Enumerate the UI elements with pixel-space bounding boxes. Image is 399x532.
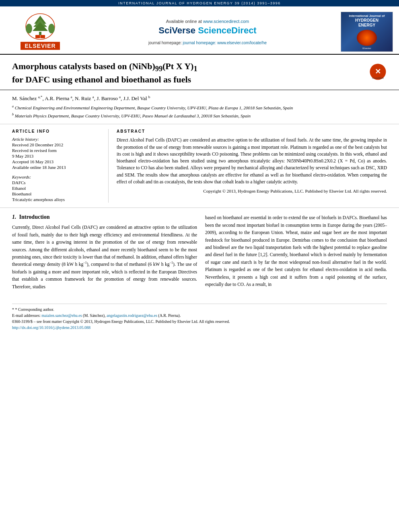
sciverse-text: SciVerse	[158, 25, 198, 35]
cover-image	[357, 30, 377, 46]
email-link-2[interactable]: angelagustin.rodriguez@ehu.es	[107, 313, 157, 318]
svg-text:CrossMark: CrossMark	[372, 77, 384, 79]
section-1-right-text: based on bioethanol are essential in ord…	[205, 214, 387, 288]
abstract-column: ABSTRACT Direct Alcohol Fuel Cells (DAFC…	[117, 129, 387, 203]
journal-cover: International Journal ofHYDROGENENERGY E…	[341, 12, 393, 52]
sciencedirect-text: ScienceDirect	[198, 25, 257, 35]
abstract-text: Direct Alcohol Fuel Cells (DAFC) are con…	[117, 137, 387, 185]
crossmark-badge: ✕ CrossMark	[369, 61, 387, 82]
affiliation-a: a Chemical Engineering and Environmental…	[12, 104, 387, 111]
article-info-column: ARTICLE INFO Article history: Received 2…	[12, 129, 109, 203]
article-title: Amorphous catalysts based on (NiNb)99(Pt…	[12, 61, 369, 86]
received-date: Received 20 December 2012	[12, 142, 102, 147]
affiliation-b: b Materials Physics Department, Basque C…	[12, 112, 387, 119]
history-label: Article history:	[12, 137, 102, 142]
revised-label: Received in revised form	[12, 148, 102, 153]
article-info-heading: ARTICLE INFO	[12, 129, 102, 134]
content-columns: ARTICLE INFO Article history: Received 2…	[0, 124, 399, 208]
cover-title: International Journal ofHYDROGENENERGY	[349, 14, 385, 28]
header-center: Available online at www.sciencedirect.co…	[80, 10, 335, 54]
header-area: ELSEVIER Available online at www.science…	[0, 6, 399, 55]
available-online-text: Available online at www.sciencedirect.co…	[166, 19, 249, 24]
section-title: Introduction	[19, 214, 50, 220]
email-link-1[interactable]: maialen.sanchez@ehu.es	[41, 313, 82, 318]
article-title-section: Amorphous catalysts based on (NiNb)99(Pt…	[0, 55, 399, 90]
corresponding-label: * Corresponding author.	[15, 307, 54, 312]
footnote-star: *	[12, 307, 14, 312]
doi-note: http://dx.doi.org/10.1016/j.ijhydene.201…	[12, 325, 387, 331]
elsevier-tree-icon	[24, 12, 56, 41]
keyword-2: Ethanol	[12, 186, 102, 191]
affiliations: a Chemical Engineering and Environmental…	[12, 104, 387, 119]
section-1-heading: 1. Introduction	[12, 214, 197, 220]
sciverse-link[interactable]: www.sciencedirect.com	[203, 19, 249, 24]
issn-note: 0360-3199/$ – see front matter Copyright…	[12, 318, 387, 325]
body-left-column: 1. Introduction Currently, Direct Alcoho…	[12, 214, 197, 294]
doi-link[interactable]: http://dx.doi.org/10.1016/j.ijhydene.201…	[12, 325, 90, 330]
homepage-link[interactable]: journal homepage: www.elsevier.com/locat…	[183, 41, 267, 45]
journal-banner: INTERNATIONAL JOURNAL OF HYDROGEN ENERGY…	[0, 0, 399, 6]
body-right-column: based on bioethanol are essential in ord…	[205, 214, 387, 294]
section-number: 1.	[12, 214, 16, 220]
section-1-left-text: Currently, Direct Alcohol Fuel Cells (DA…	[12, 224, 197, 290]
copyright-text: Copyright © 2013, Hydrogen Energy Public…	[117, 188, 387, 195]
keywords-label: Keywords:	[12, 175, 102, 179]
svg-point-5	[26, 24, 32, 33]
revised-date: 9 May 2013	[12, 154, 102, 158]
elsevier-logo: ELSEVIER	[21, 12, 60, 50]
keyword-1: DAFCs	[12, 180, 102, 185]
elsevier-logo-area: ELSEVIER	[0, 10, 80, 54]
footer-section: * * Corresponding author. E-mail address…	[12, 304, 387, 331]
keyword-4: Tricatalytic amorphous alloys	[12, 197, 102, 202]
svg-text:✕: ✕	[375, 68, 381, 76]
authors-line: M. Sánchez a,*, A.R. Pierna a, N. Ruiz a…	[12, 95, 387, 102]
sciverse-logo: SciVerse ScienceDirect	[158, 25, 256, 36]
keyword-3: Bioethanol	[12, 191, 102, 196]
elsevier-text: ELSEVIER	[21, 42, 60, 50]
available-date: Available online 18 June 2013	[12, 165, 102, 170]
corresponding-author-note: * * Corresponding author.	[12, 306, 387, 312]
main-body: 1. Introduction Currently, Direct Alcoho…	[0, 208, 399, 300]
journal-cover-area: International Journal ofHYDROGENENERGY E…	[335, 10, 399, 54]
cover-subtitle: Elsevier	[362, 47, 371, 49]
email-note: E-mail addresses: maialen.sanchez@ehu.es…	[12, 312, 387, 318]
keywords-section: Keywords: DAFCs Ethanol Bioethanol Trica…	[12, 175, 102, 202]
abstract-heading: ABSTRACT	[117, 129, 387, 134]
authors-section: M. Sánchez a,*, A.R. Pierna a, N. Ruiz a…	[0, 90, 399, 125]
svg-point-6	[48, 24, 55, 33]
journal-homepage: journal homepage: journal homepage: www.…	[148, 41, 267, 45]
accepted-date: Accepted 16 May 2013	[12, 159, 102, 164]
